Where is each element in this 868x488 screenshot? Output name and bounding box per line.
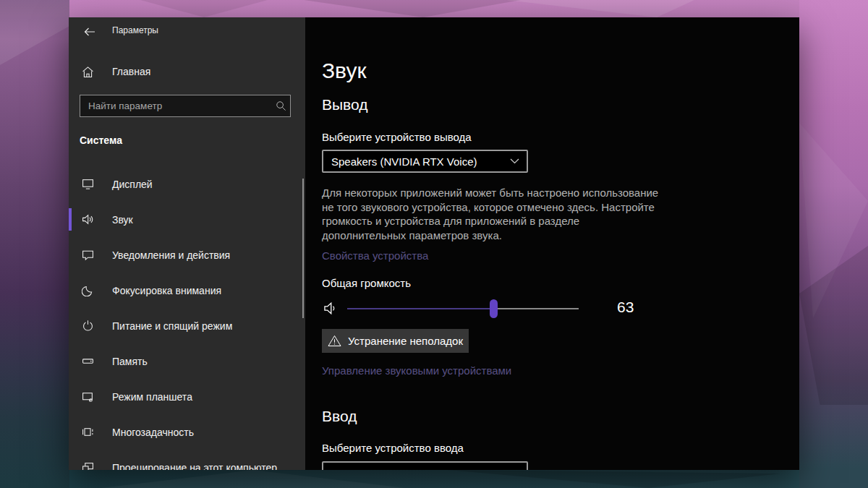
volume-slider-row: 63 xyxy=(322,298,785,320)
back-arrow-icon xyxy=(84,27,95,36)
sidebar-item-label: Проецирование на этот компьютер xyxy=(112,462,277,471)
input-device-label: Выберите устройство ввода xyxy=(322,442,464,454)
volume-slider-thumb[interactable] xyxy=(490,299,498,318)
selected-indicator xyxy=(69,208,72,231)
volume-value: 63 xyxy=(617,299,634,316)
sidebar-item-label: Главная xyxy=(112,66,150,77)
wallpaper-facet xyxy=(0,0,69,488)
output-description: Для некоторых приложений может быть наст… xyxy=(322,186,659,242)
output-device-selected: Speakers (NVIDIA RTX Voice) xyxy=(323,155,502,168)
sidebar-nav: Дисплей Звук Уведомления и действия xyxy=(69,166,305,470)
main-pane: Звук Вывод Выберите устройство вывода Sp… xyxy=(305,17,799,470)
sidebar-scrollbar[interactable] xyxy=(302,179,304,318)
settings-window: Параметры Главная Система Дисплей xyxy=(69,17,799,470)
search-icon[interactable] xyxy=(271,100,290,111)
chevron-down-icon xyxy=(502,158,527,164)
sidebar-item-storage[interactable]: Память xyxy=(69,343,305,379)
troubleshoot-button[interactable]: Устранение неполадок xyxy=(322,329,469,353)
sidebar-item-sound[interactable]: Звук xyxy=(69,202,305,237)
search-box[interactable] xyxy=(80,95,291,117)
sidebar-section-title: Система xyxy=(80,134,122,146)
device-properties-link[interactable]: Свойства устройства xyxy=(322,249,428,262)
sidebar-item-label: Память xyxy=(112,356,148,367)
wallpaper-facet xyxy=(304,0,521,17)
sound-icon xyxy=(82,213,94,226)
sidebar-item-label: Звук xyxy=(112,214,133,226)
sidebar-item-notifications[interactable]: Уведомления и действия xyxy=(69,237,305,273)
page-title: Звук xyxy=(322,59,367,83)
multitasking-icon xyxy=(82,426,94,438)
sidebar-item-label: Уведомления и действия xyxy=(112,249,230,261)
sidebar-item-label: Фокусировка внимания xyxy=(112,285,221,296)
volume-icon[interactable] xyxy=(323,301,339,316)
volume-label: Общая громкость xyxy=(322,277,411,289)
sidebar-item-multitasking[interactable]: Многозадачность xyxy=(69,414,305,450)
sidebar-item-tablet-mode[interactable]: Режим планшета xyxy=(69,379,305,414)
output-device-label: Выберите устройство вывода xyxy=(322,131,472,143)
power-sleep-icon xyxy=(82,320,94,332)
volume-slider-fill xyxy=(347,308,493,309)
sidebar-item-power-sleep[interactable]: Питание и спящий режим xyxy=(69,308,305,343)
troubleshoot-button-label: Устранение неполадок xyxy=(348,335,463,347)
display-icon xyxy=(82,178,94,190)
sidebar-item-label: Многозадачность xyxy=(112,427,194,438)
notifications-icon xyxy=(82,249,94,261)
back-button[interactable] xyxy=(77,22,102,41)
wallpaper-facet xyxy=(506,0,694,17)
input-section-title: Ввод xyxy=(322,408,357,425)
window-title: Параметры xyxy=(112,25,158,35)
output-device-dropdown[interactable]: Speakers (NVIDIA RTX Voice) xyxy=(322,150,528,173)
sidebar: Параметры Главная Система Дисплей xyxy=(69,17,305,470)
sidebar-item-home[interactable]: Главная xyxy=(69,56,305,87)
volume-slider[interactable] xyxy=(347,308,579,309)
home-icon xyxy=(82,66,94,78)
search-input[interactable] xyxy=(80,100,271,111)
warning-icon xyxy=(328,335,341,347)
output-section-title: Вывод xyxy=(322,96,368,114)
wallpaper-facet xyxy=(109,0,268,17)
sidebar-item-label: Дисплей xyxy=(112,179,153,190)
tablet-mode-icon xyxy=(82,390,94,403)
sidebar-item-label: Режим планшета xyxy=(112,391,192,403)
storage-icon xyxy=(82,355,94,367)
input-device-dropdown[interactable] xyxy=(322,461,528,470)
sidebar-item-focus-assist[interactable]: Фокусировка внимания xyxy=(69,273,305,308)
focus-assist-icon xyxy=(82,284,94,296)
projecting-icon xyxy=(82,461,94,470)
sidebar-item-label: Питание и спящий режим xyxy=(112,320,232,332)
manage-sound-devices-link[interactable]: Управление звуковыми устройствами xyxy=(322,364,511,377)
sidebar-item-display[interactable]: Дисплей xyxy=(69,166,305,202)
sidebar-item-projecting[interactable]: Проецирование на этот компьютер xyxy=(69,450,305,470)
